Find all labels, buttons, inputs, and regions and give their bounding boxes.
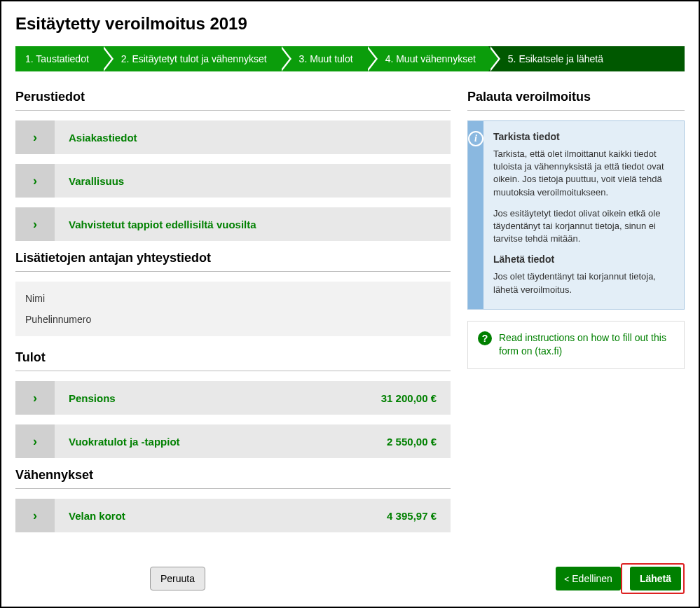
chevron-right-icon: ›: [15, 164, 55, 198]
step-2[interactable]: 2. Esitäytetyt tulot ja vähennykset: [102, 46, 280, 71]
previous-button[interactable]: <Edellinen: [556, 567, 621, 590]
chevron-right-icon: ›: [15, 207, 55, 241]
info-p1: Tarkista, että olet ilmoittanut kaikki t…: [493, 148, 674, 199]
step-1[interactable]: 1. Taustatiedot: [15, 46, 102, 71]
accordion-value: 2 550,00 €: [387, 436, 451, 448]
heading-perustiedot: Perustiedot: [15, 90, 451, 104]
info-icon: i: [468, 131, 483, 146]
heading-contact: Lisätietojen antajan yhteystiedot: [15, 251, 451, 265]
question-icon: ?: [478, 331, 492, 345]
info-p3: Jos olet täydentänyt tai korjannut tieto…: [493, 270, 674, 296]
highlight-box: Lähetä: [621, 563, 685, 594]
accordion-vahvistetut-tappiot[interactable]: › Vahvistetut tappiot edellisiltä vuosil…: [15, 207, 451, 241]
chevron-right-icon: ›: [15, 120, 55, 154]
accordion-label: Varallisuus: [55, 175, 451, 187]
info-box: i Tarkista tiedot Tarkista, että olet il…: [467, 120, 685, 310]
chevron-right-icon: ›: [15, 424, 55, 458]
contact-box: Nimi Puhelinnumero: [15, 282, 451, 336]
accordion-asiakastiedot[interactable]: › Asiakastiedot: [15, 120, 451, 154]
step-4[interactable]: 4. Muut vähennykset: [366, 46, 488, 71]
heading-tulot: Tulot: [15, 350, 451, 365]
accordion-value: 4 395,97 €: [387, 510, 451, 522]
help-box: ? Read instructions on how to fill out t…: [467, 321, 685, 369]
info-h2: Lähetä tiedot: [493, 254, 674, 265]
accordion-label: Pensions: [55, 392, 381, 404]
accordion-velan-korot[interactable]: › Velan korot 4 395,97 €: [15, 499, 451, 532]
accordion-value: 31 200,00 €: [381, 392, 451, 404]
step-5[interactable]: 5. Esikatsele ja lähetä: [488, 46, 685, 71]
progress-steps: 1. Taustatiedot 2. Esitäytetyt tulot ja …: [15, 46, 685, 71]
heading-palauta: Palauta veroilmoitus: [467, 90, 685, 104]
accordion-label: Vuokratulot ja -tappiot: [55, 436, 387, 448]
info-p2: Jos esitäytetyt tiedot olivat oikein etk…: [493, 207, 674, 246]
help-link[interactable]: Read instructions on how to fill out thi…: [499, 331, 674, 359]
accordion-vuokratulot[interactable]: › Vuokratulot ja -tappiot 2 550,00 €: [15, 424, 451, 458]
accordion-label: Vahvistetut tappiot edellisiltä vuosilta: [55, 219, 451, 230]
contact-phone-label: Puhelinnumero: [25, 314, 441, 325]
contact-name-label: Nimi: [25, 293, 441, 304]
accordion-pensions[interactable]: › Pensions 31 200,00 €: [15, 381, 451, 415]
cancel-button[interactable]: Peruuta: [150, 567, 205, 590]
send-button[interactable]: Lähetä: [630, 567, 681, 590]
accordion-varallisuus[interactable]: › Varallisuus: [15, 164, 451, 198]
chevron-right-icon: ›: [15, 499, 55, 532]
chevron-right-icon: ›: [15, 381, 55, 415]
heading-vahennykset: Vähennykset: [15, 468, 451, 483]
step-3[interactable]: 3. Muut tulot: [280, 46, 366, 71]
page-title: Esitäytetty veroilmoitus 2019: [15, 14, 685, 34]
accordion-label: Velan korot: [55, 510, 387, 522]
info-h1: Tarkista tiedot: [493, 131, 674, 142]
accordion-label: Asiakastiedot: [55, 132, 451, 144]
chevron-left-icon: <: [564, 574, 569, 584]
